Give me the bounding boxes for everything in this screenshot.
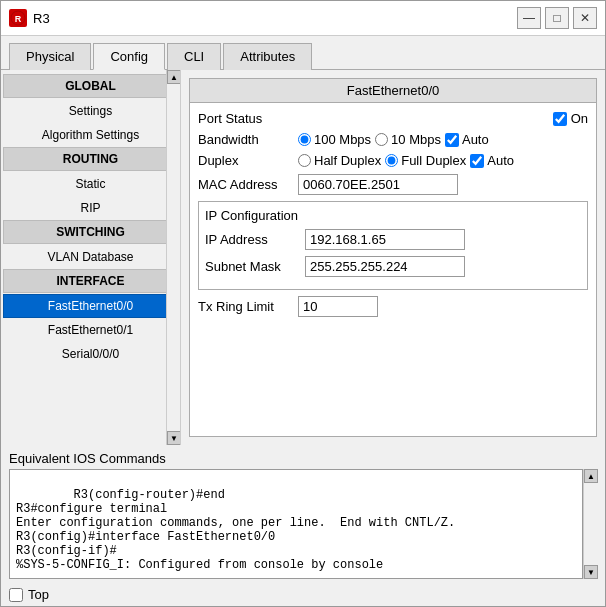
right-panel: FastEthernet0/0 Port Status On Bandwidth (181, 70, 605, 445)
title-bar: R R3 — □ ✕ (1, 1, 605, 36)
mac-address-row: MAC Address (198, 174, 588, 195)
scroll-track (167, 84, 180, 431)
mac-address-input[interactable] (298, 174, 458, 195)
port-status-label: Port Status (198, 111, 298, 126)
duplex-auto-label: Auto (487, 153, 514, 168)
duplex-options: Half Duplex Full Duplex Auto (298, 153, 514, 168)
minimize-button[interactable]: — (517, 7, 541, 29)
console-label: Equivalent IOS Commands (9, 451, 597, 466)
main-window: R R3 — □ ✕ Physical Config CLI Attribute… (0, 0, 606, 607)
sidebar-category-switching: SWITCHING (3, 220, 178, 244)
port-status-checkbox[interactable] (553, 112, 567, 126)
sidebar-scroll: GLOBAL Settings Algorithm Settings ROUTI… (1, 70, 180, 445)
sidebar-item-vlan-database[interactable]: VLAN Database (3, 245, 178, 269)
bottom-section: Equivalent IOS Commands R3(config-router… (1, 445, 605, 583)
mac-address-label: MAC Address (198, 177, 298, 192)
duplex-half-radio[interactable] (298, 154, 311, 167)
subnet-mask-label: Subnet Mask (205, 259, 305, 274)
port-status-row: Port Status On (198, 111, 588, 126)
console-area: R3(config-router)#end R3#configure termi… (9, 469, 583, 579)
top-checkbox[interactable] (9, 588, 23, 602)
top-checkbox-label[interactable]: Top (9, 587, 49, 602)
bandwidth-100-label: 100 Mbps (314, 132, 371, 147)
port-status-on-label: On (571, 111, 588, 126)
duplex-full-item: Full Duplex (385, 153, 466, 168)
duplex-label: Duplex (198, 153, 298, 168)
maximize-button[interactable]: □ (545, 7, 569, 29)
interface-panel: FastEthernet0/0 Port Status On Bandwidth (189, 78, 597, 437)
console-scroll-up[interactable]: ▲ (584, 469, 598, 483)
bandwidth-10-item: 10 Mbps (375, 132, 441, 147)
tx-ring-row: Tx Ring Limit (198, 296, 588, 317)
sidebar-item-fastethernet01[interactable]: FastEthernet0/1 (3, 318, 178, 342)
bandwidth-auto-item: Auto (445, 132, 489, 147)
ip-address-label: IP Address (205, 232, 305, 247)
bandwidth-auto-label: Auto (462, 132, 489, 147)
sidebar-item-fastethernet00[interactable]: FastEthernet0/0 (3, 294, 178, 318)
bandwidth-100-radio[interactable] (298, 133, 311, 146)
main-content: GLOBAL Settings Algorithm Settings ROUTI… (1, 70, 605, 445)
bandwidth-100-item: 100 Mbps (298, 132, 371, 147)
ip-address-input[interactable] (305, 229, 465, 250)
duplex-half-label: Half Duplex (314, 153, 381, 168)
ip-config-box: IP Configuration IP Address Subnet Mask (198, 201, 588, 290)
duplex-full-label: Full Duplex (401, 153, 466, 168)
tab-physical[interactable]: Physical (9, 43, 91, 70)
subnet-mask-input[interactable] (305, 256, 465, 277)
console-container: R3(config-router)#end R3#configure termi… (9, 469, 597, 579)
footer-bar: Top (1, 583, 605, 606)
bandwidth-label: Bandwidth (198, 132, 298, 147)
sidebar: GLOBAL Settings Algorithm Settings ROUTI… (1, 70, 181, 445)
top-label: Top (28, 587, 49, 602)
bandwidth-auto-checkbox[interactable] (445, 133, 459, 147)
duplex-half-item: Half Duplex (298, 153, 381, 168)
bandwidth-10-radio[interactable] (375, 133, 388, 146)
svg-text:R: R (15, 14, 22, 24)
interface-body: Port Status On Bandwidth 100 Mbps (190, 103, 596, 325)
duplex-auto-checkbox[interactable] (470, 154, 484, 168)
console-scroll-down[interactable]: ▼ (584, 565, 598, 579)
close-button[interactable]: ✕ (573, 7, 597, 29)
sidebar-item-rip[interactable]: RIP (3, 196, 178, 220)
bandwidth-options: 100 Mbps 10 Mbps Auto (298, 132, 489, 147)
window-controls: — □ ✕ (517, 7, 597, 29)
sidebar-item-serial000[interactable]: Serial0/0/0 (3, 342, 178, 366)
bandwidth-10-label: 10 Mbps (391, 132, 441, 147)
sidebar-item-algorithm-settings[interactable]: Algorithm Settings (3, 123, 178, 147)
console-text: R3(config-router)#end R3#configure termi… (16, 488, 455, 572)
window-title: R3 (33, 11, 517, 26)
duplex-full-radio[interactable] (385, 154, 398, 167)
sidebar-category-interface: INTERFACE (3, 269, 178, 293)
bandwidth-row: Bandwidth 100 Mbps 10 Mbps (198, 132, 588, 147)
subnet-mask-row: Subnet Mask (205, 256, 581, 277)
ip-address-row: IP Address (205, 229, 581, 250)
scroll-down-btn[interactable]: ▼ (167, 431, 180, 445)
tab-config[interactable]: Config (93, 43, 165, 70)
tx-ring-label: Tx Ring Limit (198, 299, 298, 314)
tab-attributes[interactable]: Attributes (223, 43, 312, 70)
ip-config-title: IP Configuration (205, 208, 581, 223)
duplex-auto-item: Auto (470, 153, 514, 168)
tab-cli[interactable]: CLI (167, 43, 221, 70)
sidebar-category-routing: ROUTING (3, 147, 178, 171)
app-icon: R (9, 9, 27, 27)
tab-bar: Physical Config CLI Attributes (1, 36, 605, 70)
sidebar-item-settings[interactable]: Settings (3, 99, 178, 123)
tx-ring-input[interactable] (298, 296, 378, 317)
scroll-up-btn[interactable]: ▲ (167, 70, 180, 84)
sidebar-item-static[interactable]: Static (3, 172, 178, 196)
console-scroll-track (584, 483, 597, 565)
sidebar-category-global: GLOBAL (3, 74, 178, 98)
console-scrollbar: ▲ ▼ (583, 469, 597, 579)
sidebar-scrollbar: ▲ ▼ (166, 70, 180, 445)
interface-title: FastEthernet0/0 (190, 79, 596, 103)
duplex-row: Duplex Half Duplex Full Duplex (198, 153, 588, 168)
